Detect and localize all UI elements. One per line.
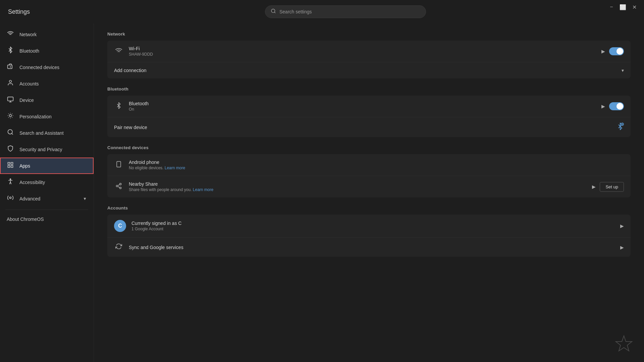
- android-phone-subtitle: No eligible devices. Learn more: [129, 166, 624, 170]
- sidebar-item-about[interactable]: About ChromeOS: [0, 213, 94, 226]
- add-connection-content: Add connection: [114, 68, 616, 73]
- wifi-toggle-track[interactable]: [609, 47, 624, 55]
- search-bar-wrapper: [55, 5, 636, 18]
- android-phone-subtitle-text: No eligible devices.: [129, 166, 163, 170]
- sidebar-item-device[interactable]: Device: [0, 92, 94, 108]
- pair-device-title: Pair new device: [114, 125, 611, 130]
- search-assistant-icon: [7, 129, 14, 137]
- window-controls: − ⬜ ✕: [608, 4, 637, 10]
- nearby-share-subtitle-text: Share files with people around you.: [129, 187, 192, 192]
- svg-line-1: [274, 12, 275, 13]
- bluetooth-icon: [7, 47, 14, 55]
- add-connection-dropdown-icon: ▾: [622, 68, 624, 73]
- bluetooth-toggle-thumb: [616, 103, 623, 110]
- svg-rect-3: [8, 65, 12, 69]
- sidebar-item-apps[interactable]: Apps: [0, 158, 94, 174]
- pair-device-actions: [616, 123, 624, 132]
- accessibility-icon: [7, 178, 14, 186]
- pair-device-content: Pair new device: [114, 125, 611, 130]
- app-title: Settings: [8, 8, 48, 15]
- android-phone-learn-more[interactable]: Learn more: [165, 166, 185, 170]
- svg-rect-13: [8, 163, 10, 165]
- signed-in-row[interactable]: C Currently signed in as C 1 Google Acco…: [107, 215, 631, 238]
- bluetooth-row-icon: [114, 102, 123, 111]
- pair-new-device-row[interactable]: Pair new device: [107, 117, 631, 137]
- svg-point-27: [120, 187, 121, 189]
- sync-google-row[interactable]: Sync and Google services ▶: [107, 238, 631, 257]
- advanced-icon: [7, 194, 14, 203]
- section-title-bluetooth: Bluetooth: [107, 86, 631, 92]
- nearby-share-content: Nearby Share Share files with people aro…: [129, 181, 587, 192]
- sidebar-item-label-search-assistant: Search and Assistant: [19, 130, 64, 136]
- svg-rect-7: [8, 97, 13, 101]
- sidebar-item-label-accessibility: Accessibility: [19, 180, 45, 185]
- wifi-toggle[interactable]: [609, 47, 624, 55]
- sidebar-item-accounts[interactable]: Accounts: [0, 75, 94, 92]
- svg-point-6: [9, 80, 12, 83]
- accounts-card: C Currently signed in as C 1 Google Acco…: [107, 215, 631, 257]
- svg-point-10: [9, 115, 12, 117]
- set-up-button[interactable]: Set up: [600, 182, 624, 192]
- wifi-row[interactable]: Wi-Fi SHAW-9DDD ▶: [107, 41, 631, 62]
- sidebar-item-personalization[interactable]: Personalization: [0, 108, 94, 125]
- sidebar-item-label-security-privacy: Security and Privacy: [19, 147, 62, 152]
- bluetooth-toggle-row[interactable]: Bluetooth On ▶: [107, 96, 631, 117]
- bluetooth-toggle-track[interactable]: [609, 102, 624, 110]
- content-area: Network Wi-Fi SHAW-9DDD ▶: [94, 23, 644, 362]
- bluetooth-card: Bluetooth On ▶ Pair new device: [107, 96, 631, 137]
- add-connection-row[interactable]: Add connection ▾: [107, 62, 631, 78]
- nearby-share-learn-more[interactable]: Learn more: [193, 187, 213, 192]
- avatar: C: [114, 220, 126, 232]
- nearby-share-chevron-icon: ▶: [592, 184, 596, 189]
- section-title-connected-devices: Connected devices: [107, 145, 631, 150]
- signed-in-actions: ▶: [620, 223, 624, 229]
- apps-icon: [7, 162, 14, 170]
- sidebar-item-label-personalization: Personalization: [19, 114, 52, 119]
- wifi-content: Wi-Fi SHAW-9DDD: [129, 46, 596, 57]
- nearby-share-icon: [114, 183, 123, 191]
- sidebar-item-accessibility[interactable]: Accessibility: [0, 174, 94, 190]
- sidebar-divider: [5, 209, 88, 210]
- nearby-share-title: Nearby Share: [129, 181, 587, 187]
- svg-rect-23: [117, 161, 121, 167]
- search-input[interactable]: [279, 9, 420, 14]
- svg-point-17: [10, 179, 11, 180]
- minimize-button[interactable]: −: [608, 4, 614, 10]
- sidebar-item-label-bluetooth: Bluetooth: [19, 48, 39, 54]
- sidebar-item-label-device: Device: [19, 98, 34, 103]
- svg-rect-15: [8, 166, 10, 168]
- sidebar-item-label-accounts: Accounts: [19, 81, 39, 86]
- main-layout: Network Bluetooth Connected devices Acco…: [0, 23, 644, 362]
- sidebar-item-network[interactable]: Network: [0, 26, 94, 43]
- nearby-share-row[interactable]: Nearby Share Share files with people aro…: [107, 176, 631, 197]
- sync-icon: [114, 243, 123, 251]
- sync-google-content: Sync and Google services: [129, 245, 615, 250]
- bluetooth-chevron-icon: ▶: [601, 104, 605, 109]
- wifi-chevron-icon: ▶: [601, 49, 605, 54]
- sidebar-item-label-advanced: Advanced: [19, 196, 40, 201]
- android-phone-row[interactable]: Android phone No eligible devices. Learn…: [107, 154, 631, 176]
- bluetooth-toggle[interactable]: [609, 102, 624, 110]
- close-button[interactable]: ✕: [631, 4, 637, 10]
- sidebar-item-connected-devices[interactable]: Connected devices: [0, 59, 94, 75]
- sync-google-actions: ▶: [620, 245, 624, 250]
- search-icon: [271, 8, 276, 15]
- sidebar-item-bluetooth[interactable]: Bluetooth: [0, 43, 94, 59]
- svg-point-18: [10, 197, 11, 199]
- maximize-button[interactable]: ⬜: [620, 4, 626, 10]
- sidebar-item-advanced[interactable]: Advanced ▼: [0, 190, 94, 207]
- signed-in-content: Currently signed in as C 1 Google Accoun…: [131, 221, 615, 231]
- accounts-icon: [7, 79, 14, 88]
- android-phone-content: Android phone No eligible devices. Learn…: [129, 160, 624, 170]
- sync-google-chevron-icon: ▶: [620, 245, 624, 250]
- wifi-icon: [7, 30, 14, 39]
- search-bar[interactable]: [265, 5, 426, 18]
- sidebar-item-search-assistant[interactable]: Search and Assistant: [0, 125, 94, 141]
- sidebar-item-security-privacy[interactable]: Security and Privacy: [0, 141, 94, 158]
- sync-google-title: Sync and Google services: [129, 245, 615, 250]
- security-icon: [7, 145, 14, 154]
- svg-point-0: [271, 9, 275, 13]
- watermark: [614, 334, 634, 355]
- svg-point-11: [8, 130, 12, 134]
- bluetooth-actions: ▶: [601, 102, 624, 110]
